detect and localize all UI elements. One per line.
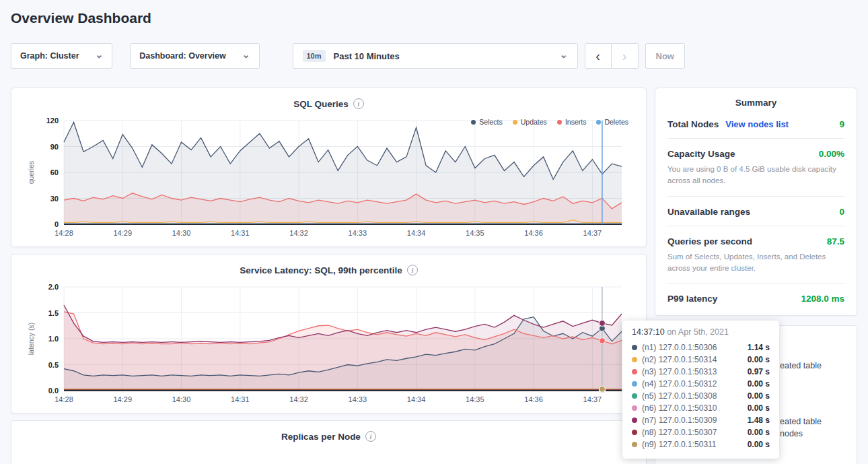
tooltip-date: on Apr 5th, 2021 xyxy=(667,327,729,337)
svg-text:14:32: 14:32 xyxy=(289,229,308,237)
time-back-button[interactable]: ‹ xyxy=(585,43,612,69)
svg-text:120: 120 xyxy=(46,117,59,125)
summary-row-line: Capacity Usage0.00% xyxy=(667,149,844,159)
svg-text:90: 90 xyxy=(50,143,59,151)
summary-label: Total Nodes xyxy=(667,119,719,129)
summary-panel: Summary Total NodesView nodes list9Capac… xyxy=(655,88,857,316)
svg-text:latency (s): latency (s) xyxy=(27,323,35,355)
dashboard-dropdown[interactable]: Dashboard: Overview ⌄ xyxy=(130,43,259,69)
summary-value: 87.5 xyxy=(827,236,844,246)
chevron-down-icon: ⌄ xyxy=(96,50,104,59)
service-latency-chart[interactable]: 0.00.51.01.52.014:2814:2914:3014:3114:32… xyxy=(25,280,632,407)
svg-text:14:33: 14:33 xyxy=(349,229,367,237)
legend-label: Selects xyxy=(479,118,502,126)
svg-text:14:33: 14:33 xyxy=(349,395,367,403)
legend-item-selects[interactable]: Selects xyxy=(471,118,502,126)
tooltip-node-value: 0.00 s xyxy=(748,440,770,449)
tooltip-node-label: (n3) 127.0.0.1:50313 xyxy=(642,367,743,376)
sql-queries-chart[interactable]: 030609012014:2814:2914:3014:3114:3214:33… xyxy=(25,114,632,240)
svg-text:14:30: 14:30 xyxy=(172,229,191,237)
svg-text:queries: queries xyxy=(27,161,35,184)
tooltip-node-label: (n5) 127.0.0.1:50308 xyxy=(642,391,743,401)
event-text-fragment: eated table xyxy=(780,417,822,426)
tooltip-header: 14:37:10 on Apr 5th, 2021 xyxy=(632,327,770,337)
tooltip-rows: (n1) 127.0.0.1:503061.14 s(n2) 127.0.0.1… xyxy=(632,341,770,451)
summary-label: P99 latency xyxy=(667,294,717,304)
legend-item-deletes[interactable]: Deletes xyxy=(596,118,628,126)
svg-text:14:32: 14:32 xyxy=(289,395,308,403)
summary-link[interactable]: View nodes list xyxy=(725,119,789,129)
chevron-down-icon: ⌄ xyxy=(242,50,250,59)
chart-title-text: Replicas per Node xyxy=(281,432,361,442)
chart-title-text: SQL Queries xyxy=(293,99,349,109)
series-color-dot xyxy=(632,345,637,350)
tooltip-time: 14:37:10 xyxy=(632,327,665,337)
dashboard-controls: Graph: Cluster ⌄ Dashboard: Overview ⌄ 1… xyxy=(11,43,857,69)
svg-text:2.0: 2.0 xyxy=(48,283,59,291)
summary-description: Sum of Selects, Updates, Inserts, and De… xyxy=(667,251,844,275)
legend-label: Inserts xyxy=(565,118,587,126)
svg-text:14:36: 14:36 xyxy=(524,229,543,237)
tooltip-node-label: (n9) 127.0.0.1:50311 xyxy=(642,440,743,449)
summary-value: 9 xyxy=(839,119,844,129)
legend-label: Updates xyxy=(521,118,547,126)
time-range-picker[interactable]: 10m Past 10 Minutes ⌄ xyxy=(293,43,578,69)
info-icon[interactable]: i xyxy=(365,431,376,442)
summary-row-3: Queries per second87.5Sum of Selects, Up… xyxy=(667,226,844,284)
arrow-right-icon: › xyxy=(622,48,627,64)
tooltip-node-value: 0.00 s xyxy=(748,355,770,364)
info-icon[interactable]: i xyxy=(407,265,418,275)
time-nav-arrows: ‹ › xyxy=(585,43,639,69)
info-icon[interactable]: i xyxy=(353,98,364,109)
tooltip-row: (n5) 127.0.0.1:503080.00 s xyxy=(632,390,770,402)
summary-title: Summary xyxy=(667,98,844,108)
svg-text:0: 0 xyxy=(55,220,59,228)
legend-dot xyxy=(513,120,517,125)
time-range-badge: 10m xyxy=(303,50,326,62)
chevron-down-icon: ⌄ xyxy=(560,50,568,59)
tooltip-row: (n1) 127.0.0.1:503061.14 s xyxy=(632,341,770,354)
chart-svg: 030609012014:2814:2914:3014:3114:3214:33… xyxy=(25,114,632,240)
svg-text:14:29: 14:29 xyxy=(113,229,132,237)
tooltip-node-value: 1.14 s xyxy=(748,343,770,352)
summary-rows: Total NodesView nodes list9Capacity Usag… xyxy=(667,109,844,312)
svg-text:14:29: 14:29 xyxy=(113,395,132,403)
service-latency-card: Service Latency: SQL, 99th percentile i … xyxy=(11,254,647,413)
legend-item-updates[interactable]: Updates xyxy=(513,118,547,126)
tooltip-node-label: (n7) 127.0.0.1:50309 xyxy=(642,416,743,425)
legend-dot xyxy=(596,120,601,125)
chart-title: Service Latency: SQL, 99th percentile i xyxy=(25,263,632,277)
tooltip-row: (n6) 127.0.0.1:503100.00 s xyxy=(632,402,770,414)
legend-item-inserts[interactable]: Inserts xyxy=(557,118,587,126)
svg-text:14:35: 14:35 xyxy=(466,229,484,237)
chart-title: Replicas per Node i xyxy=(25,429,632,444)
chart-legend: SelectsUpdatesInsertsDeletes xyxy=(471,118,628,126)
tooltip-node-label: (n2) 127.0.0.1:50314 xyxy=(642,355,743,364)
tooltip-node-value: 0.00 s xyxy=(748,403,770,413)
replicas-per-node-card: Replicas per Node i xyxy=(11,420,647,464)
event-text-fragment: eated table xyxy=(780,361,822,370)
legend-label: Deletes xyxy=(604,118,628,126)
svg-text:0.0: 0.0 xyxy=(48,387,59,395)
tooltip-row: (n9) 127.0.0.1:503110.00 s xyxy=(632,438,770,451)
now-button[interactable]: Now xyxy=(645,43,685,69)
tooltip-row: (n7) 127.0.0.1:503091.48 s xyxy=(632,414,770,426)
tooltip-node-label: (n1) 127.0.0.1:50306 xyxy=(642,343,743,352)
chart-title-text: Service Latency: SQL, 99th percentile xyxy=(240,265,402,275)
legend-dot xyxy=(557,120,562,125)
graph-scope-dropdown[interactable]: Graph: Cluster ⌄ xyxy=(11,43,112,69)
series-color-dot xyxy=(632,405,637,411)
summary-label: Unavailable ranges xyxy=(667,207,750,217)
time-forward-button[interactable]: › xyxy=(612,43,639,69)
svg-text:14:34: 14:34 xyxy=(407,229,426,237)
chart-tooltip: 14:37:10 on Apr 5th, 2021 (n1) 127.0.0.1… xyxy=(622,321,779,459)
graph-scope-label: Graph: Cluster xyxy=(20,51,79,61)
tooltip-node-value: 0.00 s xyxy=(748,379,770,389)
svg-text:14:37: 14:37 xyxy=(583,395,602,403)
svg-text:14:28: 14:28 xyxy=(55,395,73,403)
tooltip-node-label: (n8) 127.0.0.1:50307 xyxy=(642,428,743,437)
tooltip-node-label: (n6) 127.0.0.1:50310 xyxy=(642,403,743,413)
page-header: Overview Dashboard xyxy=(0,0,868,26)
summary-value: 0 xyxy=(839,207,844,217)
summary-value: 1208.0 ms xyxy=(801,294,844,304)
